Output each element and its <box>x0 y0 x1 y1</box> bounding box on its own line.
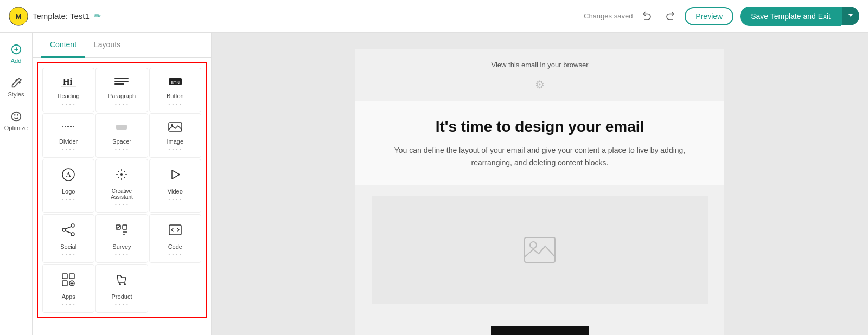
svg-line-35 <box>66 227 71 229</box>
changes-saved-status: Changes saved <box>584 12 633 20</box>
image-block-icon <box>168 121 183 135</box>
svg-point-34 <box>71 233 74 236</box>
svg-rect-50 <box>525 237 555 262</box>
topbar-right: Changes saved Preview Save Template and … <box>584 7 859 26</box>
block-heading-label: Heading <box>58 93 80 99</box>
topbar-left: M Template: Test1 ✏ <box>9 7 101 26</box>
svg-point-6 <box>11 112 21 121</box>
code-icon <box>168 222 183 240</box>
blocks-grid: Hi Heading • • • • Paragraph • • • <box>37 62 207 318</box>
block-image[interactable]: Image • • • • <box>149 113 201 158</box>
svg-point-32 <box>62 228 66 231</box>
email-button-block: Add button text <box>355 315 724 335</box>
image-placeholder-block <box>372 196 708 304</box>
block-creative-assistant[interactable]: Creative Assistant • • • • <box>95 159 148 213</box>
paragraph-icon <box>114 76 129 89</box>
sidebar-item-styles[interactable]: Styles <box>2 72 31 103</box>
svg-rect-38 <box>123 225 127 229</box>
social-icon <box>61 222 76 240</box>
block-button-label: Button <box>167 93 184 99</box>
optimize-icon <box>10 111 22 123</box>
svg-line-30 <box>118 177 119 178</box>
svg-line-29 <box>124 171 125 172</box>
heading-icon: Hi <box>61 76 76 89</box>
svg-marker-31 <box>172 170 180 179</box>
redo-button[interactable] <box>662 8 678 24</box>
svg-point-49 <box>124 283 126 285</box>
email-subtext: You can define the layout of your email … <box>388 144 692 169</box>
svg-rect-44 <box>62 281 67 286</box>
block-apps-label: Apps <box>62 293 75 300</box>
brush-icon <box>10 77 22 89</box>
sidebar-item-add[interactable]: Add <box>2 38 31 69</box>
block-divider[interactable]: Divider • • • • <box>42 113 94 158</box>
block-video[interactable]: Video • • • • <box>149 159 201 213</box>
content-panel: Content Layouts Hi Heading • • • • <box>33 33 212 335</box>
save-template-button[interactable]: Save Template and Exit <box>740 7 841 26</box>
undo-button[interactable] <box>639 8 655 24</box>
image-placeholder-icon <box>524 236 556 263</box>
block-heading[interactable]: Hi Heading • • • • <box>42 68 94 112</box>
edit-title-icon[interactable]: ✏ <box>94 11 101 21</box>
svg-point-48 <box>119 283 121 285</box>
view-in-browser-link[interactable]: View this email in your browser <box>492 61 589 69</box>
sidebar-item-optimize[interactable]: Optimize <box>2 105 31 137</box>
sidebar-add-label: Add <box>11 57 22 64</box>
topbar: M Template: Test1 ✏ Changes saved Previe… <box>0 0 868 33</box>
block-logo-label: Logo <box>62 188 75 195</box>
email-cta-button[interactable]: Add button text <box>491 326 589 335</box>
block-code-label: Code <box>168 243 182 250</box>
creative-assistant-icon <box>114 167 129 185</box>
divider-icon <box>61 121 76 135</box>
tab-content[interactable]: Content <box>41 33 85 58</box>
chevron-down-icon <box>847 12 854 18</box>
plus-icon <box>10 43 22 55</box>
svg-text:A: A <box>66 171 71 178</box>
block-spacer-label: Spacer <box>112 138 131 145</box>
svg-rect-18 <box>169 123 182 131</box>
block-survey-label: Survey <box>112 243 131 250</box>
svg-text:Hi: Hi <box>63 77 72 86</box>
email-content-area: It's time to design your email You can d… <box>355 101 724 185</box>
block-divider-label: Divider <box>59 138 78 145</box>
undo-icon <box>642 10 652 20</box>
block-apps[interactable]: Apps • • • • <box>42 264 94 313</box>
svg-point-22 <box>120 173 123 176</box>
block-product[interactable]: Product • • • • <box>95 264 148 313</box>
block-paragraph[interactable]: Paragraph • • • • <box>95 68 148 112</box>
svg-line-27 <box>118 171 119 172</box>
sidebar-optimize-label: Optimize <box>4 125 28 131</box>
video-icon <box>168 167 183 185</box>
block-code[interactable]: Code • • • • <box>149 214 201 263</box>
svg-point-33 <box>71 224 74 227</box>
block-spacer[interactable]: Spacer • • • • <box>95 113 148 158</box>
email-icon: ⚙ <box>535 78 545 91</box>
block-video-label: Video <box>168 188 183 195</box>
block-social[interactable]: Social • • • • <box>42 214 94 263</box>
svg-line-36 <box>66 231 71 233</box>
block-logo[interactable]: A Logo • • • • <box>42 159 94 213</box>
svg-point-51 <box>530 242 537 248</box>
block-paragraph-label: Paragraph <box>108 93 136 99</box>
svg-rect-17 <box>116 125 127 130</box>
block-image-label: Image <box>167 138 184 145</box>
logo-icon: A <box>61 167 76 185</box>
product-icon <box>114 272 129 290</box>
block-button[interactable]: BTN Button • • • • <box>149 68 201 112</box>
save-dropdown-button[interactable] <box>841 7 859 25</box>
block-survey[interactable]: Survey • • • • <box>95 214 148 263</box>
block-creative-assistant-label: Creative Assistant <box>100 188 143 200</box>
main-layout: Add Styles Optimize Content Layouts <box>0 33 868 335</box>
left-sidebar: Add Styles Optimize <box>0 33 33 335</box>
redo-icon <box>665 10 675 20</box>
preview-button[interactable]: Preview <box>685 7 733 25</box>
block-social-label: Social <box>60 243 76 250</box>
sidebar-styles-label: Styles <box>8 91 24 98</box>
apps-icon <box>61 272 76 290</box>
save-button-group: Save Template and Exit <box>740 7 859 26</box>
email-headline: It's time to design your email <box>388 117 692 137</box>
svg-marker-2 <box>848 14 853 17</box>
tab-layouts[interactable]: Layouts <box>85 33 129 58</box>
svg-line-28 <box>124 177 125 178</box>
survey-icon <box>114 222 129 240</box>
